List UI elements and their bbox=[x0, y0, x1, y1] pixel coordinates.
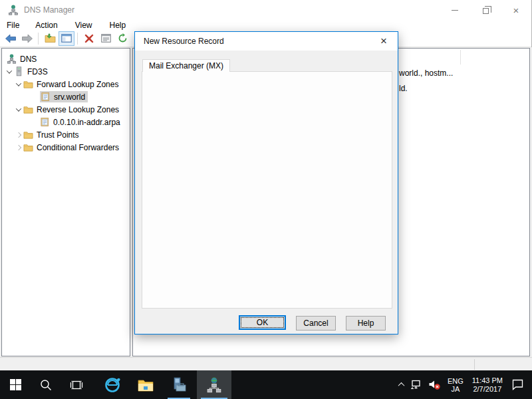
search-icon bbox=[40, 379, 52, 391]
clock-time: 11:43 PM bbox=[472, 376, 503, 385]
dialog-close-button[interactable]: × bbox=[374, 33, 394, 49]
language-line1: ENG bbox=[448, 377, 464, 385]
record-row[interactable]: ld. bbox=[399, 84, 408, 93]
dns-tree: DNS FD3S bbox=[2, 49, 130, 154]
tree-item-label: 0.0.10.in-addr.arpa bbox=[53, 118, 120, 127]
language-indicator[interactable]: ENG JA bbox=[444, 370, 467, 399]
volume-muted-icon bbox=[428, 379, 441, 390]
taskbar: ENG JA 11:43 PM 2/7/2017 bbox=[0, 370, 532, 399]
task-view-icon bbox=[70, 380, 83, 390]
tree-item-label: srv.world bbox=[54, 92, 85, 102]
action-center-icon bbox=[511, 379, 524, 390]
expander-closed-icon[interactable] bbox=[14, 146, 23, 150]
menu-file[interactable]: File bbox=[0, 21, 26, 30]
folder-icon bbox=[23, 104, 33, 114]
expander-closed-icon[interactable] bbox=[14, 133, 23, 137]
expander-open-icon[interactable] bbox=[14, 82, 23, 86]
file-explorer-icon bbox=[138, 378, 154, 392]
tree-item-reverse-zone[interactable]: 0.0.10.in-addr.arpa bbox=[2, 116, 130, 128]
network-status[interactable] bbox=[407, 370, 425, 399]
record-row[interactable]: world., hostm... bbox=[399, 68, 453, 78]
server-manager-button[interactable] bbox=[164, 370, 194, 399]
new-resource-record-dialog: New Resource Record × Mail Exchanger (MX… bbox=[134, 31, 398, 334]
tree-item-trust-points[interactable]: Trust Points bbox=[2, 128, 130, 141]
delete-button[interactable] bbox=[81, 31, 97, 46]
clock[interactable]: 11:43 PM 2/7/2017 bbox=[467, 370, 508, 399]
restore-button[interactable] bbox=[470, 0, 501, 20]
clock-date: 2/7/2017 bbox=[472, 385, 503, 394]
menu-help[interactable]: Help bbox=[99, 21, 133, 30]
expander-open-icon[interactable] bbox=[5, 70, 14, 74]
tab-panel bbox=[142, 71, 392, 309]
close-icon: × bbox=[380, 35, 387, 48]
internet-explorer-button[interactable] bbox=[97, 370, 128, 399]
window-title: DNS Manager bbox=[24, 5, 74, 15]
minimize-button[interactable] bbox=[440, 0, 470, 20]
ok-button[interactable]: OK bbox=[239, 315, 286, 330]
desktop: DNS Manager × File Action View Help bbox=[0, 0, 532, 399]
titlebar[interactable]: DNS Manager × bbox=[0, 0, 531, 20]
action-center-button[interactable] bbox=[508, 370, 532, 399]
console-window-icon bbox=[61, 34, 72, 43]
back-button[interactable] bbox=[3, 31, 19, 46]
menu-view[interactable]: View bbox=[65, 21, 99, 30]
cancel-button[interactable]: Cancel bbox=[296, 316, 336, 331]
tree-item-label: FD3S bbox=[27, 67, 48, 76]
delete-x-icon bbox=[84, 34, 94, 43]
start-button[interactable] bbox=[0, 370, 31, 399]
task-view-button[interactable] bbox=[61, 370, 92, 399]
properties-icon bbox=[101, 34, 111, 43]
menubar: File Action View Help bbox=[0, 20, 531, 30]
minimize-icon bbox=[452, 10, 458, 11]
statusbar bbox=[0, 357, 532, 370]
up-level-button[interactable] bbox=[42, 31, 58, 46]
forward-arrow-icon bbox=[21, 34, 33, 43]
refresh-icon bbox=[118, 33, 128, 43]
file-explorer-button[interactable] bbox=[130, 370, 161, 399]
selected-highlight: srv.world bbox=[40, 91, 88, 102]
back-arrow-icon bbox=[5, 34, 17, 43]
close-icon: × bbox=[513, 5, 519, 15]
zone-icon bbox=[41, 92, 51, 102]
forward-button[interactable] bbox=[19, 31, 35, 46]
tree-item-srv-world[interactable]: srv.world bbox=[2, 90, 130, 103]
tree-item-conditional-forwarders[interactable]: Conditional Forwarders bbox=[2, 141, 130, 154]
dialog-title: New Resource Record bbox=[144, 37, 224, 46]
search-button[interactable] bbox=[31, 370, 61, 399]
tree-item-label: DNS bbox=[20, 55, 37, 64]
dns-manager-taskbar-button[interactable] bbox=[197, 370, 231, 399]
tab-mail-exchanger[interactable]: Mail Exchanger (MX) bbox=[142, 59, 230, 72]
chevron-up-icon bbox=[398, 382, 404, 389]
tree-item-label: Conditional Forwarders bbox=[37, 143, 119, 152]
toolbar-separator bbox=[77, 33, 78, 45]
close-button[interactable]: × bbox=[501, 0, 531, 20]
volume-muted-button[interactable] bbox=[425, 370, 444, 399]
folder-up-icon bbox=[45, 33, 56, 43]
help-button[interactable]: Help bbox=[346, 316, 386, 331]
dns-manager-icon bbox=[206, 377, 222, 393]
system-tray: ENG JA 11:43 PM 2/7/2017 bbox=[396, 370, 532, 399]
refresh-button[interactable] bbox=[114, 31, 130, 46]
tray-expand-button[interactable] bbox=[396, 370, 407, 399]
console-tree-toggle-button[interactable] bbox=[59, 31, 74, 46]
tree-item-label: Forward Lookup Zones bbox=[37, 80, 118, 89]
zone-icon bbox=[40, 117, 50, 127]
menu-action[interactable]: Action bbox=[26, 21, 64, 30]
tree-item-forward-lookup-zones[interactable]: Forward Lookup Zones bbox=[2, 78, 130, 90]
toolbar-separator bbox=[38, 33, 39, 45]
tree-item-reverse-lookup-zones[interactable]: Reverse Lookup Zones bbox=[2, 103, 130, 116]
server-manager-icon bbox=[170, 377, 188, 393]
dns-root-icon bbox=[7, 54, 17, 64]
restore-icon bbox=[483, 8, 489, 14]
folder-icon bbox=[23, 142, 33, 152]
properties-button[interactable] bbox=[98, 31, 114, 46]
expander-open-icon[interactable] bbox=[14, 108, 23, 112]
tree-item-dns[interactable]: DNS bbox=[2, 53, 130, 65]
server-icon bbox=[14, 66, 24, 76]
tab-label: Mail Exchanger (MX) bbox=[149, 61, 223, 70]
tree-item-fd3s[interactable]: FD3S bbox=[2, 65, 130, 78]
column-divider[interactable] bbox=[460, 50, 461, 65]
folder-icon bbox=[23, 79, 33, 89]
dialog-titlebar[interactable]: New Resource Record × bbox=[135, 32, 398, 51]
internet-explorer-icon bbox=[104, 376, 121, 394]
